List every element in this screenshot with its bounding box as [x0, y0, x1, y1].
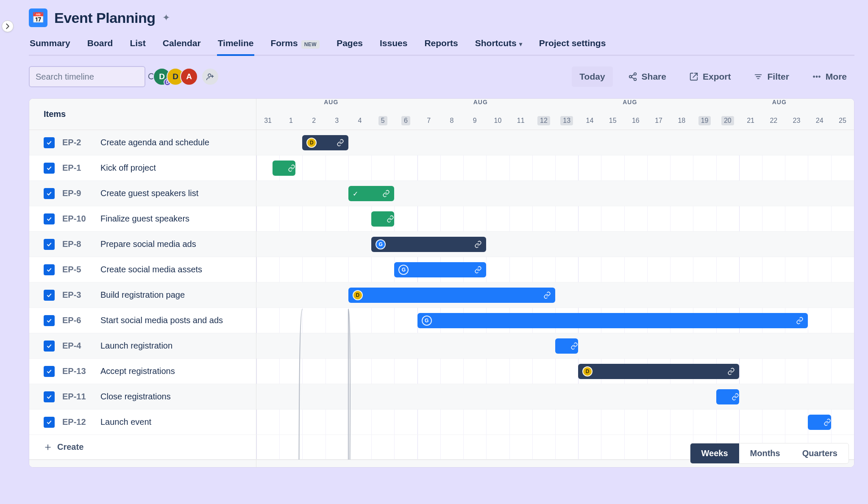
more-button[interactable]: More [804, 66, 854, 87]
day-header: 13 [555, 114, 578, 127]
timeline-row[interactable]: EP-11Close registrations [29, 384, 256, 410]
day-header: 24 [808, 114, 831, 127]
share-button[interactable]: Share [620, 66, 674, 87]
tab-summary[interactable]: Summary [29, 34, 71, 56]
issue-title[interactable]: Launch event [100, 417, 151, 427]
day-header: 16 [624, 114, 647, 127]
timeline-row[interactable]: EP-10Finalize guest speakers [29, 206, 256, 232]
issue-title[interactable]: Create agenda and schedule [100, 138, 209, 147]
tab-pages[interactable]: Pages [336, 34, 364, 56]
filter-icon [754, 72, 763, 81]
tab-project-settings[interactable]: Project settings [538, 34, 607, 56]
day-header: 4 [348, 114, 371, 127]
timeline-row[interactable]: EP-13Accept registrations [29, 359, 256, 384]
timeline-row[interactable]: EP-5Create social media assets [29, 257, 256, 282]
timeline-bar[interactable]: G [417, 313, 808, 328]
issue-title[interactable]: Create social media assets [100, 265, 202, 274]
timeline-row[interactable]: EP-6Start social media posts and ads [29, 308, 256, 333]
timeline-bar[interactable] [555, 338, 578, 354]
items-column-header: Items [29, 99, 256, 130]
search-timeline[interactable] [29, 66, 145, 87]
timeline-bar[interactable]: D [348, 288, 555, 303]
timeline-bar[interactable]: ✓ [348, 186, 394, 201]
timeline-row[interactable]: EP-9Create guest speakers list [29, 181, 256, 206]
svg-line-9 [631, 77, 634, 79]
day-header: 22 [762, 114, 785, 127]
add-people-button[interactable] [201, 68, 219, 86]
task-icon [44, 239, 55, 250]
issue-key[interactable]: EP-11 [62, 392, 93, 402]
tab-forms[interactable]: FormsNEW [270, 34, 320, 56]
more-icon [812, 72, 821, 81]
assignee-avatar: G [422, 316, 432, 326]
link-icon [570, 342, 578, 350]
today-button[interactable]: Today [572, 66, 612, 87]
day-header: 15 [601, 114, 624, 127]
day-header: 2 [302, 114, 325, 127]
issue-key[interactable]: EP-1 [62, 163, 93, 173]
create-issue-button[interactable]: Create [29, 435, 256, 460]
filter-button[interactable]: Filter [746, 66, 796, 87]
timeline-bar[interactable]: G [394, 262, 486, 277]
day-header: 10 [486, 114, 509, 127]
issue-title[interactable]: Create guest speakers list [100, 188, 198, 198]
task-icon [44, 264, 55, 275]
export-button[interactable]: Export [682, 66, 739, 87]
avatar[interactable]: A [180, 68, 198, 86]
timeline-bar[interactable]: G [371, 237, 486, 252]
expand-sidebar-button[interactable] [2, 20, 14, 32]
tab-calendar[interactable]: Calendar [162, 34, 202, 56]
task-icon [44, 417, 55, 428]
timeline-bar[interactable] [371, 211, 394, 227]
issue-key[interactable]: EP-5 [62, 265, 93, 274]
timeline-bar[interactable] [273, 161, 295, 176]
timeline-row[interactable]: EP-2Create agenda and schedule [29, 130, 256, 155]
tab-reports[interactable]: Reports [423, 34, 459, 56]
month-label: AUG [705, 99, 854, 112]
timeline-row[interactable]: EP-4Launch registration [29, 333, 256, 359]
task-icon [44, 341, 55, 352]
tab-shortcuts[interactable]: Shortcuts▾ [474, 34, 523, 56]
create-label: Create [57, 442, 83, 452]
timeline-bar[interactable]: D [578, 364, 739, 379]
issue-key[interactable]: EP-3 [62, 290, 93, 300]
scale-quarters-button[interactable]: Quarters [791, 443, 849, 463]
ai-sparkle-icon[interactable]: ✦ [162, 12, 170, 23]
issue-title[interactable]: Start social media posts and ads [100, 316, 223, 325]
issue-title[interactable]: Prepare social media ads [100, 239, 196, 249]
assignee-avatar: D [353, 290, 363, 300]
issue-key[interactable]: EP-6 [62, 316, 93, 325]
scale-weeks-button[interactable]: Weeks [690, 443, 739, 463]
issue-key[interactable]: EP-10 [62, 214, 93, 224]
issue-title[interactable]: Launch registration [100, 341, 172, 351]
issue-title[interactable]: Finalize guest speakers [100, 214, 189, 224]
scale-months-button[interactable]: Months [739, 443, 791, 463]
issue-title[interactable]: Build registration page [100, 290, 185, 300]
timeline-row[interactable]: EP-1Kick off project [29, 155, 256, 181]
chevron-down-icon: ▾ [519, 41, 522, 47]
search-input[interactable] [36, 72, 143, 82]
tab-board[interactable]: Board [86, 34, 114, 56]
issue-key[interactable]: EP-13 [62, 366, 93, 376]
timeline-bar[interactable]: D [302, 135, 348, 150]
timeline-row[interactable]: EP-3Build registration page [29, 282, 256, 308]
timeline-bar[interactable] [716, 389, 739, 404]
issue-key[interactable]: EP-12 [62, 417, 93, 427]
issue-key[interactable]: EP-2 [62, 138, 93, 147]
issue-title[interactable]: Accept registrations [100, 366, 175, 376]
tab-list[interactable]: List [129, 34, 146, 56]
tab-issues[interactable]: Issues [379, 34, 408, 56]
tab-timeline[interactable]: Timeline [217, 34, 255, 56]
timeline-bar[interactable] [808, 415, 831, 430]
svg-point-2 [208, 74, 211, 77]
issue-title[interactable]: Kick off project [100, 163, 156, 173]
timeline-row[interactable]: EP-8Prepare social media ads [29, 232, 256, 257]
issue-title[interactable]: Close registrations [100, 392, 171, 402]
issue-key[interactable]: EP-4 [62, 341, 93, 351]
timeline-row[interactable]: EP-12Launch event [29, 410, 256, 435]
day-header: 25 [831, 114, 854, 127]
svg-line-8 [631, 75, 634, 76]
issue-key[interactable]: EP-8 [62, 239, 93, 249]
issue-key[interactable]: EP-9 [62, 188, 93, 198]
day-header: 5 [371, 114, 394, 127]
